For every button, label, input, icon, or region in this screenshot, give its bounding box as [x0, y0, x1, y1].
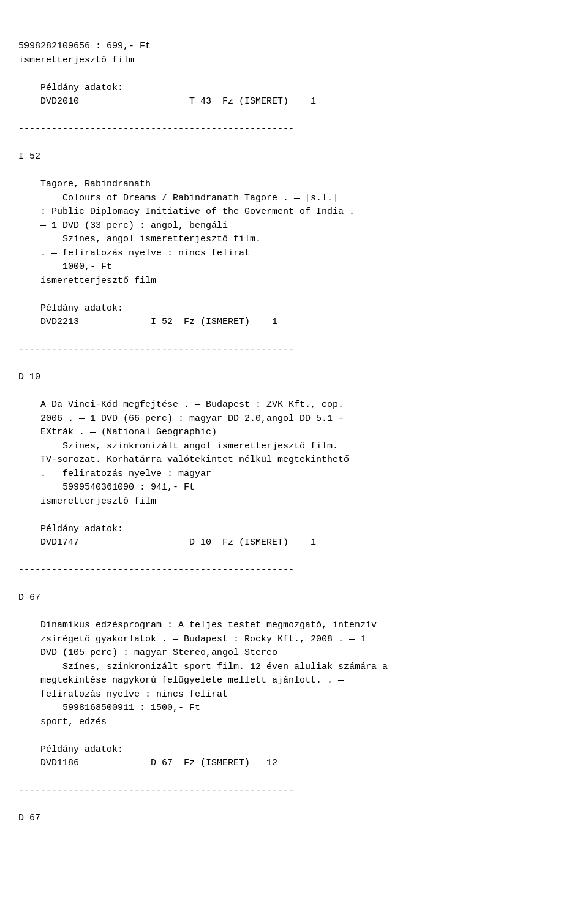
catalog-text: 5998282109656 : 699,- Ft ismeretterjeszt… — [18, 40, 570, 826]
main-content: 5998282109656 : 699,- Ft ismeretterjeszt… — [18, 12, 570, 839]
